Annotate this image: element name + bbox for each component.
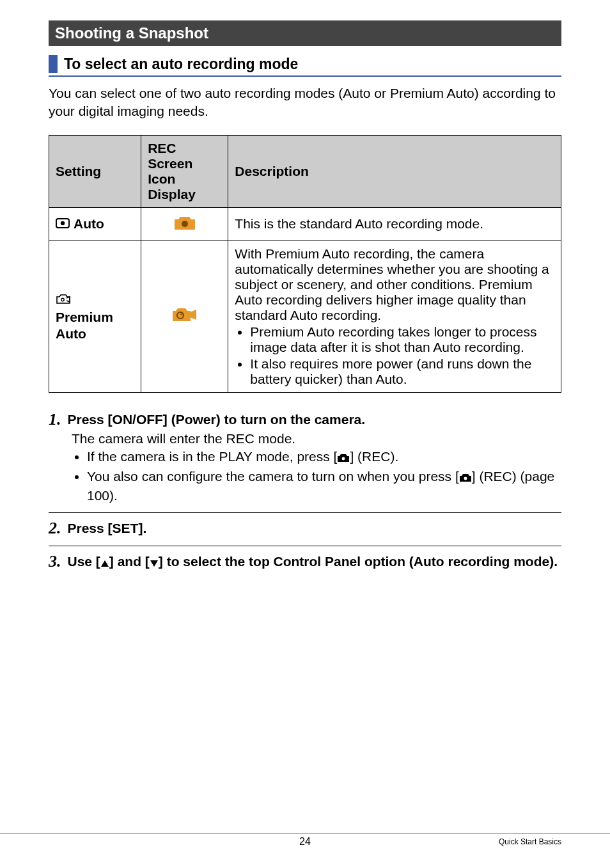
section-title-bar: Shooting a Snapshot (49, 20, 561, 46)
cell-premium-setting: Premium Auto (49, 241, 141, 392)
th-icon: REC Screen Icon Display (141, 135, 228, 207)
triangle-up-icon (100, 554, 109, 572)
premium-desc-bullet-1: Premium Auto recording takes longer to p… (250, 324, 554, 355)
step-1-bullet-2: You also can configure the camera to tur… (87, 468, 561, 505)
record-mode-icon (56, 216, 70, 232)
cell-premium-icon (141, 241, 228, 392)
subheading-accent (49, 55, 58, 73)
section-title: Shooting a Snapshot (55, 24, 208, 42)
camera-solid-icon (459, 469, 472, 487)
step-2-title: Press [SET]. (68, 519, 147, 537)
cell-auto-setting: Auto (49, 207, 141, 241)
premium-label-text: Premium Auto (56, 310, 113, 341)
step-1-body: The camera will enter the REC mode. If t… (72, 430, 561, 505)
table-row-auto: Auto This is the standard Auto recording… (49, 207, 561, 241)
footer-right-text: Quick Start Basics (499, 837, 561, 846)
svg-point-1 (61, 221, 65, 225)
step-2: 2. Press [SET]. (49, 512, 561, 545)
camera-solid-icon (337, 449, 350, 467)
premium-outline-icon (56, 292, 71, 308)
cell-premium-description: With Premium Auto recording, the camera … (228, 241, 561, 392)
svg-point-6 (342, 457, 345, 461)
recording-modes-table: Setting REC Screen Icon Display Descript… (49, 135, 561, 393)
th-description: Description (228, 135, 561, 207)
step-list: 1. Press [ON/OFF] (Power) to turn on the… (49, 404, 561, 580)
step-1: 1. Press [ON/OFF] (Power) to turn on the… (49, 404, 561, 513)
premium-desc-intro: With Premium Auto recording, the camera … (235, 246, 549, 322)
th-setting: Setting (49, 135, 141, 207)
step-3: 3. Use [] and [] to select the top Contr… (49, 546, 561, 580)
cell-auto-description: This is the standard Auto recording mode… (228, 207, 561, 241)
step-2-number: 2. (49, 519, 61, 537)
svg-point-2 (182, 221, 188, 227)
intro-paragraph: You can select one of two auto recording… (49, 84, 561, 121)
step-1-number: 1. (49, 411, 61, 428)
triangle-down-icon (150, 554, 159, 572)
step-1-title: Press [ON/OFF] (Power) to turn on the ca… (68, 411, 366, 429)
step-1-line1: The camera will enter the REC mode. (72, 430, 561, 448)
svg-point-5 (180, 313, 182, 315)
camera-premium-icon (171, 304, 199, 328)
subheading-text: To select an auto recording mode (64, 56, 298, 73)
cell-auto-icon (141, 207, 228, 241)
auto-label-text: Auto (74, 216, 104, 232)
table-row-premium: Premium Auto With Premium Auto reco (49, 241, 561, 392)
subheading-row: To select an auto recording mode (49, 55, 561, 77)
table-header-row: Setting REC Screen Icon Display Descript… (49, 135, 561, 207)
camera-auto-icon (172, 213, 198, 235)
page-footer: 24 Quick Start Basics (0, 833, 610, 850)
step-1-bullet-1: If the camera is in the PLAY mode, press… (87, 448, 561, 467)
svg-point-3 (61, 299, 64, 301)
step-3-title: Use [] and [] to select the top Control … (68, 553, 558, 572)
premium-desc-bullet-2: It also requires more power (and runs do… (250, 356, 554, 387)
step-3-number: 3. (49, 553, 61, 570)
svg-point-7 (464, 477, 467, 480)
